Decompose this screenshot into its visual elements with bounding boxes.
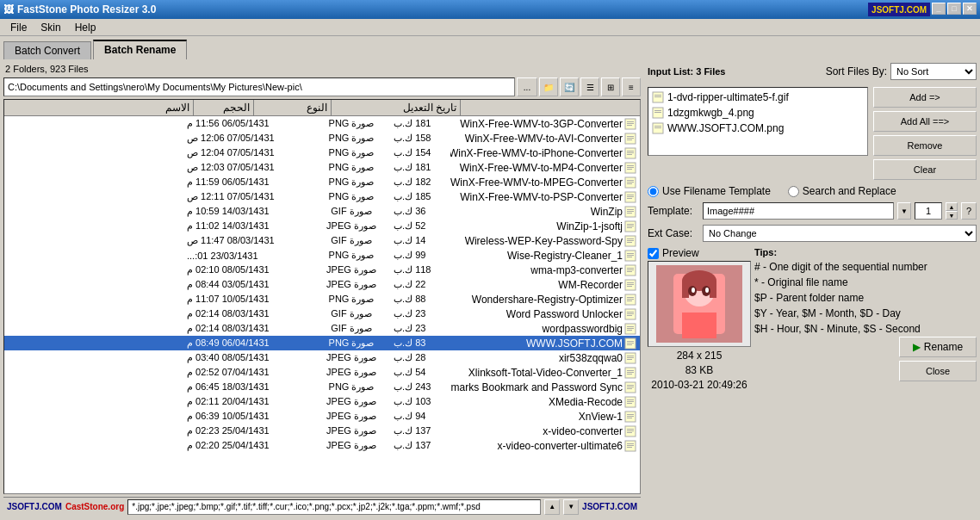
sort-select[interactable]: No Sort Name Size Date Type	[890, 63, 977, 80]
file-icon	[624, 176, 636, 189]
spinner-down[interactable]: ▼	[946, 211, 958, 220]
menu-file[interactable]: File	[3, 20, 34, 35]
file-type-cell: صورة GIF	[313, 234, 390, 247]
tab-batch-convert[interactable]: Batch Convert	[3, 41, 91, 59]
table-row[interactable]: XMedia-Recode 103 ك.ب صورة JPEG 20/04/14…	[4, 394, 640, 409]
table-row[interactable]: WinZip 36 ك.ب صورة GIF 14/03/1431 10:59 …	[4, 204, 640, 219]
table-row[interactable]: Wondershare-Registry-Optimizer 88 ك.ب صو…	[4, 292, 640, 306]
tab-batch-rename[interactable]: Batch Rename	[93, 40, 187, 59]
input-list-item[interactable]: 1-dvd-ripper-ultimate5-f.gif	[650, 90, 865, 105]
file-type-cell: صورة JPEG	[313, 424, 390, 437]
search-replace-option[interactable]: Search and Replace	[788, 185, 896, 197]
use-filename-template-radio[interactable]	[648, 186, 659, 197]
file-date-cell: 07/05/1431 12:11 ص	[183, 190, 313, 203]
view-list-button[interactable]: ☰	[580, 77, 599, 96]
maximize-button[interactable]: □	[947, 3, 961, 15]
input-list-item[interactable]: 1dzgmkwgb_4.png	[650, 105, 865, 121]
preview-checkbox[interactable]	[648, 248, 659, 259]
help-button[interactable]: ?	[961, 202, 977, 220]
col-header-size[interactable]: الحجم	[194, 100, 254, 115]
svg-rect-63	[627, 344, 632, 345]
table-row[interactable]: WinZip-1-jsoftj 52 ك.ب صورة JPEG 14/03/1…	[4, 219, 640, 233]
template-dropdown-button[interactable]: ▼	[897, 202, 911, 220]
table-row[interactable]: Wise-Registry-Cleaner_1 99 ك.ب صورة PNG …	[4, 248, 640, 263]
svg-rect-59	[627, 330, 632, 331]
file-icon	[624, 162, 636, 174]
rename-button[interactable]: ▶ Rename	[899, 337, 977, 357]
table-row[interactable]: Xlinksoft-Total-Video-Converter_1 54 ك.ب…	[4, 365, 640, 380]
template-num-input[interactable]	[915, 202, 942, 220]
file-date-cell: 07/05/1431 12:04 ص	[183, 146, 313, 159]
preview-date: 2010-03-21 20:49:26	[648, 378, 751, 393]
remove-button[interactable]: Remove	[873, 135, 977, 156]
menu-skin[interactable]: Skin	[34, 20, 67, 35]
table-row[interactable]: XnView-1 94 ك.ب صورة JPEG 10/05/1431 06:…	[4, 409, 640, 424]
table-row[interactable]: wma-mp3-converter 118 ك.ب صورة JPEG 08/0…	[4, 263, 640, 277]
preview-size: 83 KB	[648, 363, 751, 378]
svg-rect-69	[627, 370, 634, 371]
svg-rect-66	[627, 357, 634, 358]
file-type-cell: صورة PNG	[313, 176, 390, 189]
folder-up-button[interactable]: 📁	[539, 77, 558, 96]
template-input[interactable]	[703, 202, 894, 220]
file-type-cell: صورة GIF	[313, 307, 390, 320]
table-row[interactable]: WinX-Free-WMV-to-3GP-Converter 181 ك.ب ص…	[4, 116, 640, 131]
svg-rect-55	[627, 315, 632, 316]
table-row[interactable]: wordpasswordbig 23 ك.ب صورة GIF 08/03/14…	[4, 321, 640, 336]
file-size-cell: 181 ك.ب	[390, 117, 450, 130]
svg-rect-50	[627, 299, 634, 300]
ext-case-select[interactable]: No Change Uppercase Lowercase	[703, 225, 977, 242]
file-name-cell: xir538zqqwa0	[450, 351, 640, 365]
file-name-cell: WinX-Free-WMV-to-AVI-Converter	[450, 132, 640, 145]
file-size-cell: 137 ك.ب	[390, 424, 450, 437]
svg-rect-31	[627, 227, 632, 228]
menu-help[interactable]: Help	[68, 20, 103, 35]
svg-rect-94	[654, 96, 661, 97]
table-row[interactable]: x-video-converter 137 ك.ب صورة JPEG 25/0…	[4, 424, 640, 438]
file-type-cell: صورة PNG	[313, 146, 390, 159]
use-filename-template-option[interactable]: Use Filename Template	[648, 185, 771, 197]
add-button[interactable]: Add =>	[873, 87, 977, 108]
view-grid-button[interactable]: ⊞	[601, 77, 620, 96]
search-replace-radio[interactable]	[788, 186, 799, 197]
table-row[interactable]: xir538zqqwa0 28 ك.ب صورة JPEG 08/05/1431…	[4, 350, 640, 365]
view-detail-button[interactable]: ≡	[622, 77, 641, 96]
table-row[interactable]: WM-Recorder 22 ك.ب صورة JPEG 03/05/1431 …	[4, 277, 640, 292]
minimize-button[interactable]: _	[932, 3, 946, 15]
input-list-box[interactable]: 1-dvd-ripper-ultimate5-f.gif 1dzgmkwgb_4…	[648, 87, 868, 156]
table-row[interactable]: WWW.JSOFTJ.COM 83 ك.ب صورة PNG 06/04/143…	[4, 336, 640, 350]
path-bar: ... 📁 🔄 ☰ ⊞ ≡	[3, 77, 641, 96]
table-row[interactable]: WinX-Free-WMV-to-MPEG-Converter 182 ك.ب …	[4, 175, 640, 189]
rename-label: Rename	[924, 341, 963, 353]
close-button[interactable]: Close	[899, 361, 977, 381]
main-content: 2 Folders, 923 Files ... 📁 🔄 ☰ ⊞ ≡ الاسم…	[0, 59, 980, 519]
file-filter-input[interactable]	[127, 499, 541, 515]
table-row[interactable]: WinX-Free-WMV-to-MP4-Converter 181 ك.ب ص…	[4, 160, 640, 175]
clear-button[interactable]: Clear	[873, 159, 977, 180]
use-filename-template-label: Use Filename Template	[662, 185, 771, 197]
col-header-date[interactable]: تاريخ التعديل	[332, 100, 461, 115]
refresh-button[interactable]: 🔄	[560, 77, 579, 96]
svg-rect-49	[627, 297, 634, 298]
add-all-button[interactable]: Add All ==>	[873, 111, 977, 132]
filter-scroll-down[interactable]: ▼	[563, 499, 579, 515]
svg-rect-81	[627, 414, 634, 415]
table-row[interactable]: WinX-Free-WMV-to-PSP-Converter 185 ك.ب ص…	[4, 189, 640, 204]
table-row[interactable]: x-video-converter-ultimate6 137 ك.ب صورة…	[4, 438, 640, 453]
browse-button[interactable]: ...	[517, 77, 537, 96]
file-icon	[624, 425, 636, 437]
svg-rect-70	[627, 372, 634, 373]
spinner-up[interactable]: ▲	[946, 202, 958, 211]
table-row[interactable]: Xmarks Bookmark and Password Sync 243 ك.…	[4, 380, 640, 394]
input-list-item[interactable]: WWW.JSOFTJ.COM.png	[650, 121, 865, 136]
svg-rect-15	[627, 169, 632, 170]
close-button[interactable]: ✕	[963, 3, 977, 15]
table-row[interactable]: Word Password Unlocker 23 ك.ب صورة GIF 0…	[4, 306, 640, 321]
filter-scroll-up[interactable]: ▲	[544, 499, 560, 515]
table-row[interactable]: WinX-Free-WMV-to-AVI-Converter 158 ك.ب ص…	[4, 131, 640, 145]
col-header-name[interactable]: الاسم	[4, 100, 194, 115]
col-header-type[interactable]: النوع	[254, 100, 332, 115]
path-input[interactable]	[3, 77, 515, 96]
table-row[interactable]: Wireless-WEP-Key-Password-Spy 14 ك.ب صور…	[4, 233, 640, 248]
table-row[interactable]: WinX-Free-WMV-to-iPhone-Converter 154 ك.…	[4, 145, 640, 160]
